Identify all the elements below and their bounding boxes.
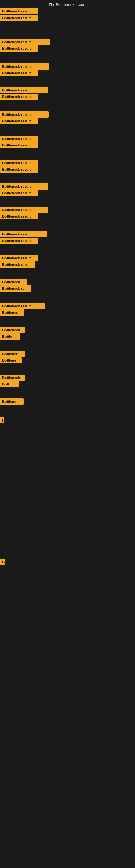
bottleneck-result-item: Bottleneck result (0, 39, 50, 45)
bottleneck-result-item: Bottleneck result (0, 213, 38, 219)
bottleneck-result-item: Bottleneck result (0, 183, 48, 190)
bottleneck-result-item: Bottleneck result (0, 45, 38, 52)
bottleneck-result-item: Bottleneck result (0, 118, 38, 124)
bottleneck-result-item: Bottleneck re (0, 285, 31, 291)
bottleneck-result-item: Bott (0, 381, 19, 388)
bottleneck-result-item: Bottleneck result (0, 190, 38, 196)
bottleneck-result-item: Bottleneck result (0, 166, 38, 173)
bottleneck-result-item: Bottleneck result (0, 303, 45, 309)
bottleneck-result-item: Bottleneck result (0, 238, 38, 244)
bottleneck-result-item: Bottleneck result (0, 87, 48, 93)
bottleneck-result-item: Bottleneck result (0, 63, 49, 70)
bottleneck-result-item: Bottleneck (0, 375, 25, 381)
bottleneck-result-item: | (0, 417, 4, 424)
bottleneck-result-item: Bottleneck result (0, 8, 38, 14)
bottleneck-result-item: Bottleneck (0, 279, 27, 285)
bottleneck-result-item: Bottleneck result (0, 160, 38, 166)
bottleneck-result-item: Bottleneck result (0, 207, 48, 213)
bottleneck-result-item: Bottleneck result (0, 142, 38, 148)
bottleneck-result-item: Bottlene (0, 357, 21, 364)
bottleneck-result-item: Bottleneck result (0, 112, 49, 118)
bottleneck-result-item: Bottleneck (0, 327, 25, 333)
bottleneck-result-item: Bottleneck resu (0, 261, 35, 268)
bottleneck-result-item: Bottle (0, 333, 20, 340)
bottleneck-result-item: B (0, 559, 5, 565)
bottleneck-result-item: Bottlenec (0, 310, 24, 316)
bottleneck-result-item: Bottlenec (0, 351, 25, 357)
bottleneck-result-item: Bottleneck result (0, 15, 38, 21)
bottleneck-result-item: Bottleneck result (0, 231, 47, 237)
bottleneck-result-item: Bottleneck result (0, 94, 38, 100)
bottleneck-result-item: Bottlene (0, 399, 24, 405)
bottleneck-result-item: Bottleneck result (0, 70, 38, 76)
bottleneck-result-item: Bottleneck result (0, 255, 38, 261)
bottleneck-result-item: Bottleneck result (0, 135, 38, 142)
